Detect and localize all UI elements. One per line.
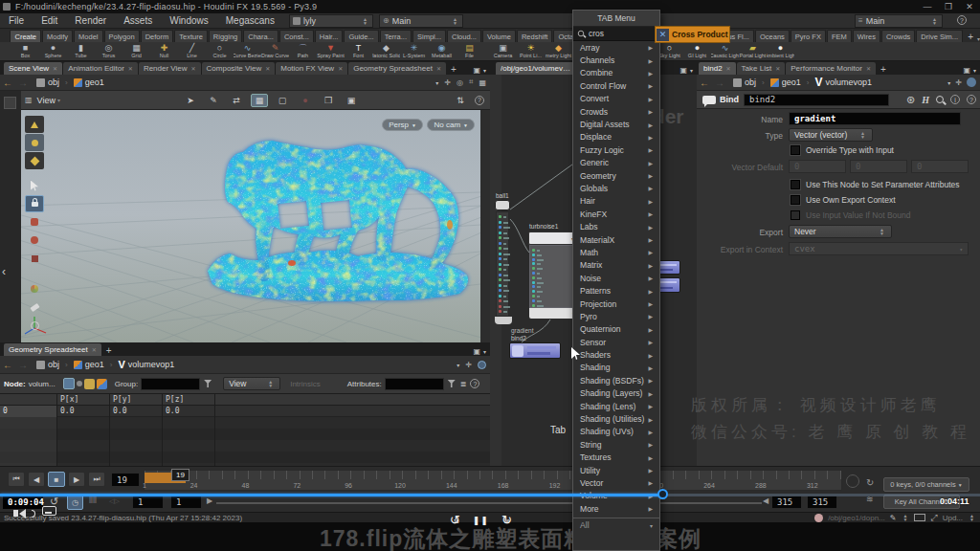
geometry-select-icon[interactable]: ▢ [274, 94, 291, 107]
column-header-pz[interactable]: P[z] [163, 394, 215, 406]
tab-menu-item[interactable]: Fuzzy Logic▶ [573, 143, 659, 156]
path-dropdown-icon[interactable]: ▾ [435, 79, 438, 86]
vecdef-x-input[interactable]: 0 [789, 160, 846, 173]
sync-icon[interactable] [967, 77, 976, 87]
tab-menu-item[interactable]: Channels▶ [573, 54, 659, 66]
view-dropdown[interactable]: View▲▼ [223, 377, 280, 390]
active-tool-icon[interactable]: ▦ [251, 94, 268, 107]
pose-icon[interactable] [25, 280, 44, 298]
shelf-tab[interactable]: Model [74, 30, 102, 42]
shelf-tab[interactable]: Polygon [104, 30, 140, 42]
range-slider-left-handle[interactable]: ▶ [207, 496, 212, 505]
range-slider[interactable] [216, 502, 762, 504]
points-mode-icon[interactable] [63, 378, 75, 389]
pane-maximize-icon[interactable]: ▣ [963, 66, 970, 75]
transform-icon[interactable] [25, 213, 44, 231]
shelf-tool[interactable]: ▼Spray Paint [317, 42, 345, 61]
tab-menu-item[interactable]: Matrix▶ [573, 259, 659, 272]
breadcrumb-obj[interactable]: obj [31, 359, 65, 371]
shelf-tool[interactable]: ▤File [456, 42, 483, 61]
filter-icon[interactable] [448, 380, 456, 387]
shelf-tool[interactable]: ◉Metaball [428, 42, 456, 61]
shelf-tool[interactable]: ✚Null [150, 42, 178, 61]
tab-geometry-spreadsheet[interactable]: Geometry Spreadsheet✕ [4, 343, 101, 356]
shelf-tool[interactable]: ●Sphere [39, 42, 67, 61]
rewind-10-icon[interactable]: ↺10 [450, 513, 460, 527]
tab-menu-item[interactable]: Combine▶ [573, 67, 659, 79]
lamp-tool2-icon[interactable] [25, 134, 44, 151]
forward-icon[interactable]: → [18, 360, 28, 370]
tab-menu-item[interactable]: MaterialX▶ [573, 233, 659, 246]
spreadsheet-table[interactable]: P[x] P[y] P[z] 0 0.0 0.0 0.0 [0, 394, 490, 466]
snapshot-icon[interactable]: ▣ [343, 94, 360, 107]
sync-icon[interactable] [478, 361, 486, 369]
shelf-tab[interactable]: Chara... [243, 30, 278, 42]
title-bar[interactable]: F:/houdini/kecheng/ke/23.4.27-flip-diaos… [0, 0, 980, 13]
shelf-tool[interactable]: ∿Curve Bezier [234, 42, 261, 61]
pane-tab[interactable]: Take List✕ [737, 62, 786, 75]
range-end-field[interactable]: 315 [771, 496, 802, 509]
tab-menu-item-all[interactable]: All▾ [573, 518, 659, 531]
shelf-tool[interactable]: ■Box [11, 42, 39, 61]
column-header-py[interactable]: P[y] [110, 394, 163, 406]
pane-maximize-icon[interactable]: ▣ [473, 66, 480, 75]
attributes-input[interactable] [385, 378, 444, 390]
shelf-tool[interactable]: ○Circle [206, 42, 234, 61]
path-dropdown-icon[interactable]: ▾ [947, 79, 950, 86]
param-help-icon[interactable]: ? [967, 95, 976, 104]
shelf-tool[interactable]: ╱Line [178, 42, 206, 61]
shelf-tab[interactable]: Guide... [344, 30, 378, 42]
vertices-mode-icon[interactable] [77, 381, 82, 386]
pane-menu-icon[interactable]: ▾ [483, 348, 486, 355]
menu-item[interactable]: Assets [115, 13, 161, 29]
shelf-tab[interactable]: Deform [141, 30, 174, 42]
update-mode-icon[interactable]: ⤢ [930, 513, 937, 523]
pane-menu-icon[interactable]: ▾ [690, 67, 693, 74]
tab-menu-item[interactable]: Noise▶ [573, 272, 659, 284]
add-pane-tab[interactable]: + [880, 64, 886, 75]
tab-menu-item[interactable]: Displace▶ [573, 131, 659, 143]
back-icon[interactable]: ← [3, 77, 12, 88]
shelf-tool[interactable]: ◆metry Light [545, 42, 572, 61]
range-slider-right-handle[interactable]: ◀ [763, 496, 768, 505]
shelf-tab[interactable]: Oceans [755, 30, 790, 42]
maximize-button[interactable]: ❐ [938, 2, 959, 11]
shelf-tab[interactable]: Redshift [517, 30, 553, 42]
projection-selector[interactable]: Persp▼ [382, 119, 423, 131]
back-icon[interactable]: ← [3, 360, 12, 370]
shelf-tool[interactable]: ▣Camera [489, 42, 517, 61]
menu-item[interactable]: Windows [161, 13, 217, 29]
shelf-tab[interactable]: Modify [42, 30, 73, 42]
pane-tab[interactable]: Performance Monitor✕ [786, 62, 876, 75]
gear-icon[interactable]: ⊛ [906, 94, 915, 106]
select-arrow-icon[interactable] [25, 177, 44, 194]
lamp-tool-icon[interactable] [25, 116, 44, 133]
snap-icon[interactable]: ⌗ [469, 77, 474, 87]
tab-menu-item[interactable]: Pyro▶ [573, 310, 659, 322]
shelf-tool[interactable]: ●Ambient Light [767, 42, 794, 61]
pane-tab[interactable]: Geometry Spreadsheet✕ [348, 62, 446, 75]
shelf-tab[interactable]: Rigging [209, 30, 242, 42]
pane-menu-icon[interactable]: ▾ [973, 67, 976, 74]
viewport-3d[interactable]: Persp▼ No cam▼ [21, 110, 480, 342]
tab-menu-item[interactable]: Shading▶ [573, 362, 659, 374]
tab-menu-item[interactable]: Digital Assets▶ [573, 118, 659, 130]
grid-icon[interactable]: ▦ [479, 78, 486, 87]
pane-tab[interactable]: bind2✕ [699, 62, 736, 75]
tab-menu-item[interactable]: Sensor▶ [573, 336, 659, 348]
breadcrumb-geo1[interactable]: geo1 [68, 77, 110, 89]
stop-button[interactable]: ■ [48, 472, 65, 487]
add-pane-tab[interactable]: + [451, 64, 457, 75]
tab-menu-item[interactable]: Patterns▶ [573, 284, 659, 297]
shelf-tool[interactable]: ✎Draw Curve [261, 42, 289, 61]
use-node-checkbox[interactable] [791, 180, 800, 189]
brush-icon[interactable] [25, 298, 44, 316]
pane-tab[interactable]: Render View✕ [139, 62, 201, 75]
layout-icon[interactable]: ⇅ [452, 94, 469, 107]
shelf-tool[interactable]: ⌒Path [289, 42, 317, 61]
shelf-tool[interactable]: ▮Tube [67, 42, 95, 61]
shelf-tab[interactable]: Simpl... [412, 30, 446, 42]
tab-menu-item[interactable]: Geometry▶ [573, 169, 659, 182]
shelf-tab[interactable]: Create [10, 30, 41, 42]
tab-menu-item[interactable]: Utility▶ [573, 464, 659, 476]
